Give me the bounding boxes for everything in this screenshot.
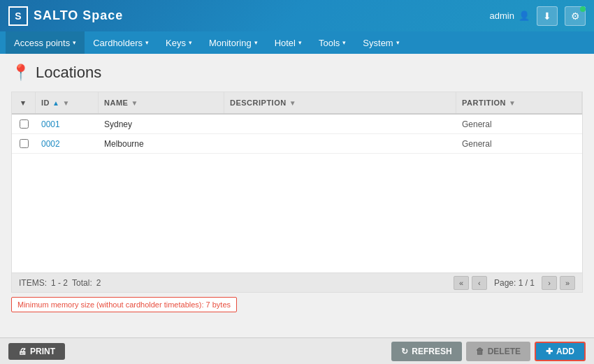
chevron-down-icon: ▾ — [298, 39, 302, 46]
nav-item-keys[interactable]: Keys ▾ — [157, 31, 201, 54]
table-row: 0001 Sydney General — [12, 115, 582, 134]
locations-table: ▾ ID ▲ ▼ NAME ▼ DESCRIPTION ▼ PARTITION … — [11, 92, 583, 293]
first-page-icon: « — [459, 279, 463, 287]
row-1-checkbox[interactable] — [20, 119, 29, 129]
download-button[interactable]: ⬇ — [537, 6, 558, 26]
row-1-check[interactable] — [12, 115, 36, 133]
logo-box: S — [8, 6, 28, 26]
nav-item-cardholders[interactable]: Cardholders ▾ — [85, 31, 157, 54]
action-right: ↻ REFRESH 🗑 DELETE ✚ ADD — [391, 342, 586, 361]
row-2-id[interactable]: 0002 — [36, 134, 99, 153]
filter-icon[interactable]: ▼ — [131, 99, 138, 107]
add-icon: ✚ — [546, 347, 553, 356]
filter-icon[interactable]: ▼ — [289, 99, 296, 107]
location-icon: 📍 — [11, 64, 30, 82]
row-1-desc — [224, 115, 456, 133]
row-2-name: Melbourne — [99, 134, 224, 153]
nav-label-access-points: Access points — [14, 38, 70, 48]
nav-item-hotel[interactable]: Hotel ▾ — [266, 31, 310, 54]
prev-page-button[interactable]: ‹ — [472, 276, 487, 290]
row-2-checkbox[interactable] — [20, 139, 29, 148]
table-header: ▾ ID ▲ ▼ NAME ▼ DESCRIPTION ▼ PARTITION … — [12, 92, 582, 115]
settings-icon: ⚙ — [571, 10, 580, 22]
row-2-id-value: 0002 — [41, 139, 60, 149]
th-name-label: NAME — [104, 99, 128, 107]
app-title: SALTO Space — [34, 8, 123, 23]
user-label: admin — [490, 10, 514, 21]
download-icon: ⬇ — [543, 10, 551, 22]
refresh-button[interactable]: ↻ REFRESH — [391, 342, 461, 361]
row-1-id[interactable]: 0001 — [36, 115, 99, 133]
total-label: Total: — [72, 278, 92, 288]
chevron-down-icon: ▾ — [254, 39, 258, 46]
nav-label-system: System — [363, 38, 393, 48]
sort-up-icon[interactable]: ▲ — [52, 99, 59, 107]
row-2-partition-value: General — [462, 139, 492, 149]
row-2-check[interactable] — [12, 134, 36, 153]
th-partition: PARTITION ▼ — [456, 92, 582, 113]
row-1-name: Sydney — [99, 115, 224, 133]
nav-label-monitoring: Monitoring — [209, 38, 252, 48]
first-page-button[interactable]: « — [454, 276, 469, 290]
nav-item-system[interactable]: System ▾ — [354, 31, 407, 54]
chevron-down-icon: ▾ — [342, 39, 346, 46]
logo: S SALTO Space — [8, 6, 123, 26]
col-toggle-icon[interactable]: ▾ — [21, 99, 26, 108]
add-label: ADD — [556, 347, 574, 356]
row-2-name-value: Melbourne — [104, 139, 144, 149]
page-title: Locations — [36, 64, 101, 82]
memory-notice: Minimum memory size (without cardholder … — [11, 297, 237, 312]
delete-button[interactable]: 🗑 DELETE — [466, 342, 530, 361]
table-footer: ITEMS: 1 - 2 Total: 2 « ‹ Page: 1 / 1 › … — [12, 272, 582, 292]
action-bar: 🖨 PRINT ↻ REFRESH 🗑 DELETE ✚ ADD — [0, 337, 594, 364]
next-page-button[interactable]: › — [542, 276, 557, 290]
row-1-id-value: 0001 — [41, 119, 60, 129]
logo-letter: S — [15, 10, 21, 22]
th-checkbox: ▾ — [12, 92, 36, 113]
memory-notice-text: Minimum memory size (without cardholder … — [17, 300, 231, 309]
main-nav: Access points ▾ Cardholders ▾ Keys ▾ Mon… — [0, 31, 594, 54]
nav-item-access-points[interactable]: Access points ▾ — [6, 31, 85, 54]
refresh-label: REFRESH — [412, 347, 451, 356]
th-desc-label: DESCRIPTION — [230, 99, 287, 107]
row-1-partition: General — [456, 115, 582, 133]
chevron-down-icon: ▾ — [73, 39, 76, 46]
row-2-partition: General — [456, 134, 582, 153]
filter-icon[interactable]: ▼ — [62, 99, 69, 107]
filter-icon[interactable]: ▼ — [509, 99, 516, 107]
page-content: 📍 Locations ▾ ID ▲ ▼ NAME ▼ DESCRIPTION … — [0, 54, 594, 364]
last-page-button[interactable]: » — [560, 276, 575, 290]
row-1-partition-value: General — [462, 119, 492, 129]
page-header: 📍 Locations — [11, 64, 583, 82]
th-partition-label: PARTITION — [462, 99, 506, 107]
last-page-icon: » — [565, 279, 570, 287]
delete-label: DELETE — [488, 347, 521, 356]
nav-label-keys: Keys — [166, 38, 186, 48]
th-id-label: ID — [41, 99, 50, 107]
refresh-icon: ↻ — [401, 347, 408, 356]
nav-item-tools[interactable]: Tools ▾ — [310, 31, 354, 54]
table-row: 0002 Melbourne General — [12, 134, 582, 154]
items-label: ITEMS: — [19, 278, 47, 288]
nav-item-monitoring[interactable]: Monitoring ▾ — [201, 31, 266, 54]
add-button[interactable]: ✚ ADD — [535, 342, 586, 361]
app-header: S SALTO Space admin 👤 ⬇ ⚙ — [0, 0, 594, 31]
chevron-down-icon: ▾ — [396, 39, 400, 46]
print-label: PRINT — [30, 347, 55, 356]
prev-page-icon: ‹ — [478, 279, 481, 287]
page-info: Page: 1 / 1 — [490, 278, 539, 288]
pagination-controls: « ‹ Page: 1 / 1 › » — [454, 276, 575, 290]
pagination-info: ITEMS: 1 - 2 Total: 2 — [19, 278, 101, 288]
nav-label-cardholders: Cardholders — [93, 38, 143, 48]
user-icon: 👤 — [519, 10, 530, 21]
row-2-desc — [224, 134, 456, 153]
row-1-name-value: Sydney — [104, 119, 132, 129]
th-name: NAME ▼ — [99, 92, 224, 113]
th-id: ID ▲ ▼ — [36, 92, 99, 113]
notification-dot — [580, 6, 586, 12]
print-button[interactable]: 🖨 PRINT — [8, 343, 65, 360]
total-value: 2 — [96, 278, 101, 288]
table-empty-area — [12, 154, 582, 272]
nav-label-tools: Tools — [319, 38, 340, 48]
user-info: admin 👤 — [490, 10, 530, 21]
